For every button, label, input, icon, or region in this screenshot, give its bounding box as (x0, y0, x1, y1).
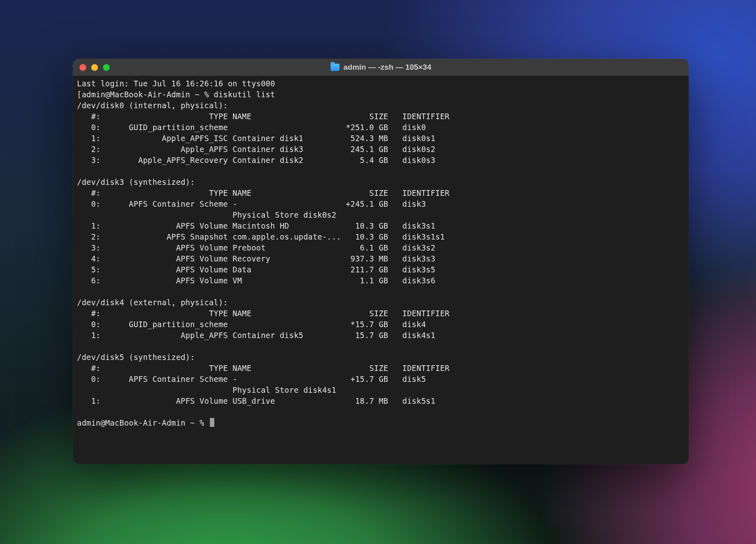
window-title: admin — -zsh — 105×34 (73, 63, 689, 72)
terminal-body[interactable]: Last login: Tue Jul 16 16:26:16 on ttys0… (73, 76, 689, 464)
minimize-button[interactable] (91, 64, 98, 71)
window-titlebar[interactable]: admin — -zsh — 105×34 (73, 59, 689, 76)
traffic-lights (79, 64, 110, 71)
folder-icon (331, 64, 340, 71)
zoom-button[interactable] (103, 64, 110, 71)
terminal-cursor (210, 418, 214, 427)
terminal-output[interactable]: Last login: Tue Jul 16 16:26:16 on ttys0… (77, 78, 685, 428)
terminal-window: admin — -zsh — 105×34 Last login: Tue Ju… (73, 59, 689, 464)
close-button[interactable] (79, 64, 86, 71)
window-title-text: admin — -zsh — 105×34 (344, 63, 431, 72)
